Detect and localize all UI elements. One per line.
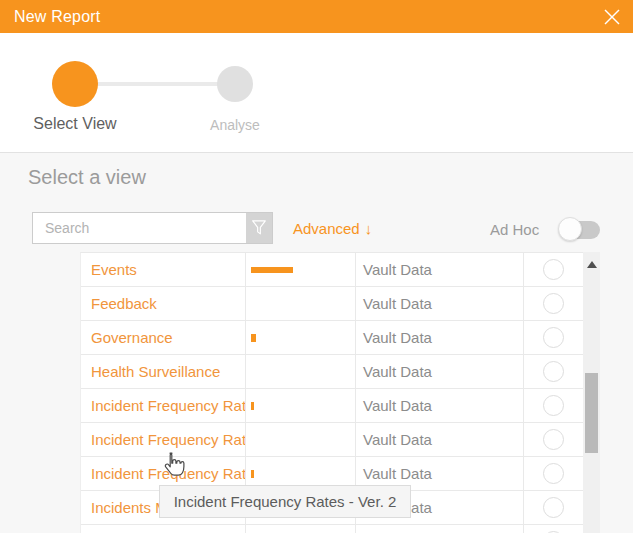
row-radio-button[interactable]	[543, 293, 564, 314]
table-row[interactable]: Incident Frequency Rates - ...Vault Data	[81, 389, 584, 423]
row-radio-button[interactable]	[543, 361, 564, 382]
stepper: Select View Analyse	[0, 33, 633, 153]
table-row[interactable]: Health SurveillanceVault Data	[81, 355, 584, 389]
view-name-link[interactable]: Health Surveillance	[81, 355, 246, 388]
table-row[interactable]: Incident Frequency Rates - ...Vault Data	[81, 423, 584, 457]
view-name-link[interactable]: Feedback	[81, 287, 246, 320]
funnel-icon	[250, 218, 268, 238]
indicator-cell	[246, 389, 356, 422]
adhoc-label: Ad Hoc	[490, 221, 539, 238]
select-cell	[524, 423, 584, 456]
page-title: Select a view	[28, 166, 146, 189]
view-name-link[interactable]: Governance	[81, 321, 246, 354]
source-cell: Vault Data	[356, 525, 524, 533]
row-radio-button[interactable]	[543, 395, 564, 416]
arrow-down-icon: ↓	[365, 220, 373, 237]
row-radio-button[interactable]	[543, 327, 564, 348]
stepper-connector	[90, 82, 225, 86]
row-radio-button[interactable]	[543, 497, 564, 518]
indicator-cell	[246, 321, 356, 354]
step-analyse-circle[interactable]	[217, 66, 253, 102]
row-radio-button[interactable]	[543, 259, 564, 280]
table-scrollbar[interactable]	[583, 252, 600, 533]
close-icon[interactable]	[599, 4, 625, 30]
source-cell: Vault Data	[356, 389, 524, 422]
search-box	[32, 212, 273, 244]
table-row[interactable]: Job PositionsVault Data	[81, 525, 584, 533]
step-select-view-circle[interactable]	[52, 61, 98, 107]
source-cell: Vault Data	[356, 287, 524, 320]
row-radio-button[interactable]	[543, 429, 564, 450]
tooltip-text: Incident Frequency Rates - Ver. 2	[174, 493, 397, 510]
orange-indicator-bar	[251, 470, 254, 478]
adhoc-toggle[interactable]	[558, 217, 600, 242]
dialog-title: New Report	[0, 8, 100, 26]
orange-indicator-bar	[251, 402, 254, 410]
source-cell: Vault Data	[356, 253, 524, 286]
select-cell	[524, 389, 584, 422]
table-row[interactable]: GovernanceVault Data	[81, 321, 584, 355]
toggle-knob	[558, 217, 582, 241]
select-cell	[524, 525, 584, 533]
dialog-titlebar: New Report	[0, 0, 633, 33]
select-cell	[524, 253, 584, 286]
select-cell	[524, 321, 584, 354]
indicator-cell	[246, 287, 356, 320]
select-cell	[524, 287, 584, 320]
indicator-cell	[246, 355, 356, 388]
view-name-link[interactable]: Incident Frequency Rates - ...	[81, 423, 246, 456]
step-select-view-label: Select View	[0, 115, 150, 133]
filter-button[interactable]	[246, 213, 272, 243]
select-cell	[524, 355, 584, 388]
source-cell: Vault Data	[356, 423, 524, 456]
table-row[interactable]: FeedbackVault Data	[81, 287, 584, 321]
orange-indicator-bar	[251, 334, 256, 342]
orange-indicator-bar	[251, 267, 293, 273]
row-tooltip: Incident Frequency Rates - Ver. 2	[159, 485, 411, 518]
indicator-cell	[246, 423, 356, 456]
source-cell: Vault Data	[356, 321, 524, 354]
table-row[interactable]: EventsVault Data	[81, 253, 584, 287]
new-report-dialog: New Report Select View Analyse Select a …	[0, 0, 633, 533]
search-input[interactable]	[33, 213, 246, 243]
indicator-cell	[246, 253, 356, 286]
view-name-link[interactable]: Job Positions	[81, 525, 246, 533]
select-cell	[524, 457, 584, 490]
source-cell: Vault Data	[356, 355, 524, 388]
view-name-link[interactable]: Incident Frequency Rates - ...	[81, 389, 246, 422]
scrollbar-thumb[interactable]	[585, 373, 598, 453]
step-analyse-label: Analyse	[160, 117, 310, 133]
select-cell	[524, 491, 584, 524]
indicator-cell	[246, 525, 356, 533]
view-name-link[interactable]: Events	[81, 253, 246, 286]
row-radio-button[interactable]	[543, 463, 564, 484]
advanced-label: Advanced	[293, 220, 360, 237]
advanced-link[interactable]: Advanced ↓	[293, 220, 372, 237]
scroll-up-arrow-icon[interactable]	[587, 261, 597, 268]
